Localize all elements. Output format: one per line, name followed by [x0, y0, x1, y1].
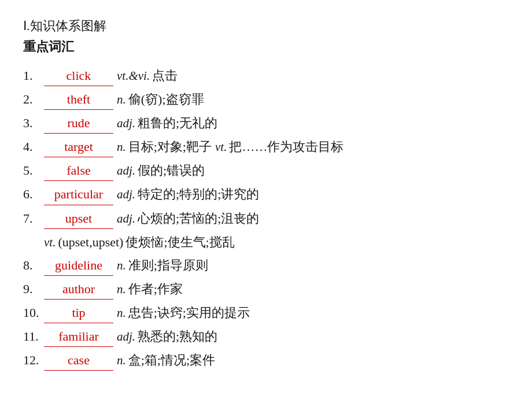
item-pos: vt.&vi. [117, 66, 150, 86]
item-word: author [44, 279, 113, 300]
item-number: 10. [23, 303, 44, 323]
item-meaning: 心烦的;苦恼的;沮丧的 [138, 209, 259, 228]
item-pos: adj. [117, 114, 135, 133]
item-number: 12. [23, 350, 44, 370]
item-meaning: 偷(窃);盗窃罪 [128, 90, 204, 109]
item-number: 11. [23, 327, 44, 346]
item-number: 4. [23, 137, 44, 157]
item-pos: n. [117, 351, 126, 370]
item-meaning-extra: 把……作为攻击目标 [229, 137, 343, 157]
item-number: 9. [23, 279, 44, 299]
item-meaning: 点击 [152, 66, 178, 86]
item-pos: adj. [117, 185, 135, 204]
item-word: click [44, 66, 113, 86]
item-meaning: 粗鲁的;无礼的 [138, 113, 217, 133]
list-item: 3. rude adj. 粗鲁的;无礼的 [23, 113, 509, 134]
item-meaning: 忠告;诀窍;实用的提示 [128, 303, 250, 323]
item-number: 8. [23, 256, 44, 275]
list-item: 4. target n. 目标;对象;靶子 vt. 把……作为攻击目标 [23, 137, 509, 157]
item-pos-vt: vt. [44, 233, 56, 252]
item-word: particular [44, 184, 113, 205]
item-number: 5. [23, 161, 44, 180]
item-pos: n. [117, 138, 126, 157]
list-item: 7. upset adj. 心烦的;苦恼的;沮丧的 [23, 209, 509, 229]
item-word: rude [44, 113, 113, 134]
list-item: 2. theft n. 偷(窃);盗窃罪 [23, 90, 509, 110]
item-word: target [44, 137, 113, 157]
item-extra-cn: 使烦恼;使生气;搅乱 [125, 232, 234, 252]
item-number: 2. [23, 90, 44, 109]
item-meaning: 目标;对象;靶子 [128, 137, 212, 157]
item-word: familiar [44, 327, 113, 347]
section-title: Ⅰ.知识体系图解 [23, 17, 509, 35]
item-pos-extra: vt. [215, 138, 227, 157]
list-item-extra: vt. (upset,upset) 使烦恼;使生气;搅乱 [23, 232, 509, 252]
item-word: tip [44, 303, 113, 323]
item-pos: adj. [117, 327, 135, 346]
item-pos: adj. [117, 161, 135, 180]
item-word: case [44, 350, 113, 371]
list-item: 1. click vt.&vi. 点击 [23, 66, 509, 86]
item-pos: n. [117, 90, 126, 109]
list-item: 11. familiar adj. 熟悉的;熟知的 [23, 327, 509, 347]
list-item: 8. guideline n. 准则;指导原则 [23, 256, 509, 276]
item-meaning: 盒;箱;情况;案件 [128, 350, 215, 370]
item-extra-detail: (upset,upset) [58, 232, 123, 252]
item-number: 1. [23, 66, 44, 86]
list-item: 5. false adj. 假的;错误的 [23, 161, 509, 181]
item-word: false [44, 161, 113, 181]
section-subtitle: 重点词汇 [23, 38, 509, 56]
item-meaning: 熟悉的;熟知的 [138, 327, 217, 346]
item-pos: n. [117, 280, 126, 299]
item-pos: n. [117, 304, 126, 323]
item-meaning: 假的;错误的 [138, 161, 205, 180]
item-number: 7. [23, 209, 44, 228]
item-word: upset [44, 209, 113, 229]
item-meaning: 作者;作家 [128, 279, 183, 299]
item-word: guideline [44, 256, 113, 276]
list-item: 6. particular adj. 特定的;特别的;讲究的 [23, 184, 509, 205]
list-item: 12. case n. 盒;箱;情况;案件 [23, 350, 509, 371]
item-meaning: 准则;指导原则 [128, 256, 208, 275]
list-item: 9. author n. 作者;作家 [23, 279, 509, 300]
item-number: 6. [23, 184, 44, 204]
item-meaning: 特定的;特别的;讲究的 [138, 184, 259, 204]
vocabulary-list: 1. click vt.&vi. 点击 2. theft n. 偷(窃);盗窃罪… [23, 66, 509, 371]
item-pos: adj. [117, 209, 135, 228]
list-item: 10. tip n. 忠告;诀窍;实用的提示 [23, 303, 509, 323]
item-number: 3. [23, 113, 44, 133]
item-word: theft [44, 90, 113, 110]
item-pos: n. [117, 256, 126, 275]
